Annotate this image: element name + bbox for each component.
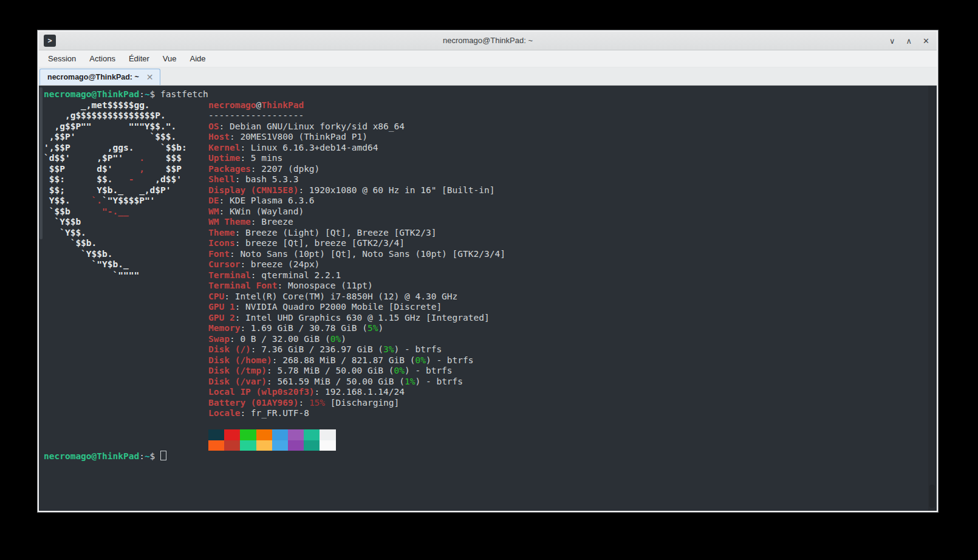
info-line: GPU 1: NVIDIA Quadro P2000 Mobile [Discr… <box>208 302 926 313</box>
info-line: Swap: 0 B / 32.00 GiB (0%) <box>208 334 926 345</box>
palette-swatch <box>240 440 256 451</box>
info-line: Battery (01AY969): 15% [Discharging] <box>208 398 926 409</box>
menu-item-vue[interactable]: Vue <box>156 50 183 67</box>
palette-swatch <box>320 429 335 440</box>
info-line: Disk (/tmp): 5.78 MiB / 50.00 GiB (0%) -… <box>208 366 926 377</box>
menu-item-diter[interactable]: Éditer <box>122 50 156 67</box>
palette-swatch <box>304 429 320 440</box>
prompt-line: necromago@ThinkPad:~$ <box>44 451 926 462</box>
palette-swatch <box>208 429 224 440</box>
palette-swatch <box>224 440 240 451</box>
info-line: Icons: breeze [Qt], breeze [GTK2/3/4] <box>208 238 926 249</box>
palette-swatch <box>288 429 304 440</box>
logo-line: `"Y$b._ <box>44 259 208 270</box>
logo-line: $$; Y$b._ _,d$P' <box>44 185 208 196</box>
palette-swatch <box>240 429 256 440</box>
palette-row-2 <box>208 440 926 451</box>
tab-label: necromago@ThinkPad: ~ <box>47 73 139 81</box>
menu-item-session[interactable]: Session <box>41 50 83 67</box>
info-line: ------------------ <box>208 111 926 121</box>
tab-bar: necromago@ThinkPad: ~ ✕ <box>39 67 937 86</box>
info-line: Terminal Font: Monospace (11pt) <box>208 281 926 292</box>
logo-line: `$$b. <box>44 238 208 249</box>
fastfetch-output: _,met$$$$$gg. ,g$$$$$$$$$$$$$$$P. ,g$$P"… <box>44 100 926 451</box>
palette-swatch <box>256 429 272 440</box>
info-line: Theme: Breeze (Light) [Qt], Breeze [GTK2… <box>208 228 926 239</box>
maximize-icon[interactable]: ∧ <box>906 37 912 45</box>
logo-line: Y$$. `.`"Y$$$$P"' <box>44 196 208 207</box>
info-line: Uptime: 5 mins <box>208 153 926 164</box>
info-line: Disk (/): 7.36 GiB / 236.97 GiB (3%) - b… <box>208 344 926 355</box>
logo-line: `"""" <box>44 270 208 281</box>
close-icon[interactable]: ✕ <box>923 37 929 45</box>
palette-swatch <box>320 440 335 451</box>
info-line: CPU: Intel(R) Core(TM) i7-8850H (12) @ 4… <box>208 292 926 302</box>
info-line: Memory: 1.69 GiB / 30.78 GiB (5%) <box>208 323 926 334</box>
info-line: Locale: fr_FR.UTF-8 <box>208 408 926 419</box>
title-bar[interactable]: > necromago@ThinkPad: ~ ∨ ∧ ✕ <box>39 32 937 50</box>
desktop-background: > necromago@ThinkPad: ~ ∨ ∧ ✕ SessionAct… <box>0 0 978 560</box>
palette-swatch <box>272 429 288 440</box>
info-line: Host: 20MES1V800 (ThinkPad P1) <box>208 132 926 143</box>
info-line: Shell: bash 5.3.3 <box>208 174 926 185</box>
logo-line: `Y$$b. <box>44 249 208 260</box>
minimize-icon[interactable]: ∨ <box>889 37 895 45</box>
qterminal-window: > necromago@ThinkPad: ~ ∨ ∧ ✕ SessionAct… <box>38 30 938 512</box>
debian-ascii-logo: _,met$$$$$gg. ,g$$$$$$$$$$$$$$$P. ,g$$P"… <box>44 100 208 451</box>
info-line: WM Theme: Breeze <box>208 217 926 228</box>
info-line: Terminal: qterminal 2.2.1 <box>208 270 926 281</box>
logo-line: ,g$$P"" """Y$$.". <box>44 121 208 132</box>
command-line: necromago@ThinkPad:~$ fastfetch <box>44 89 926 100</box>
logo-line: ,g$$$$$$$$$$$$$$$P. <box>44 111 208 121</box>
tab-active[interactable]: necromago@ThinkPad: ~ ✕ <box>39 69 160 85</box>
logo-line: ,$$P' `$$$. <box>44 132 208 143</box>
logo-line: ',$$P ,ggs. `$$b: <box>44 143 208 154</box>
logo-line: `Y$$. <box>44 228 208 239</box>
info-line: OS: Debian GNU/Linux forky/sid x86_64 <box>208 121 926 132</box>
logo-line: `$$b "-.__ <box>44 207 208 217</box>
palette-swatch <box>224 429 240 440</box>
info-line: Cursor: breeze (24px) <box>208 259 926 270</box>
terminal-cursor <box>160 451 166 460</box>
palette-swatch <box>272 440 288 451</box>
info-line: Display (CMN15E8): 1920x1080 @ 60 Hz in … <box>208 185 926 196</box>
palette-row-1 <box>208 429 926 440</box>
info-line: WM: KWin (Wayland) <box>208 207 926 217</box>
logo-line: _,met$$$$$gg. <box>44 100 208 111</box>
scrollbar-right[interactable] <box>928 86 936 511</box>
info-line: necromago@ThinkPad <box>208 100 926 111</box>
info-line: Local IP (wlp0s20f3): 192.168.1.14/24 <box>208 387 926 398</box>
window-controls: ∨ ∧ ✕ <box>889 32 929 50</box>
palette-swatch <box>288 440 304 451</box>
scrollbar-right-thumb[interactable] <box>929 485 935 508</box>
window-title: necromago@ThinkPad: ~ <box>39 32 937 50</box>
info-line: DE: KDE Plasma 6.3.6 <box>208 196 926 207</box>
scrollbar-left-thumb[interactable] <box>39 87 43 239</box>
logo-line: $$: $$. - ,d$$' <box>44 174 208 185</box>
logo-line: `Y$$b <box>44 217 208 228</box>
info-line: GPU 2: Intel UHD Graphics 630 @ 1.15 GHz… <box>208 313 926 324</box>
palette-swatch <box>256 440 272 451</box>
info-line: Packages: 2207 (dpkg) <box>208 164 926 175</box>
system-info: necromago@ThinkPad------------------OS: … <box>208 100 926 451</box>
info-line: Font: Noto Sans (10pt) [Qt], Noto Sans (… <box>208 249 926 260</box>
logo-line: `d$$' ,$P"' . $$$ <box>44 153 208 164</box>
terminal-content: necromago@ThinkPad:~$ fastfetch _,met$$$… <box>44 89 926 462</box>
logo-line: $$P d$' , $$P <box>44 164 208 175</box>
scrollbar-left[interactable] <box>39 86 43 511</box>
menu-item-actions[interactable]: Actions <box>83 50 122 67</box>
palette-swatch <box>304 440 320 451</box>
palette-swatch <box>208 440 224 451</box>
info-line: Disk (/var): 561.59 MiB / 50.00 GiB (1%)… <box>208 377 926 388</box>
terminal-viewport[interactable]: necromago@ThinkPad:~$ fastfetch _,met$$$… <box>39 86 937 511</box>
menu-bar: SessionActionsÉditerVueAide <box>39 50 937 67</box>
menu-item-aide[interactable]: Aide <box>183 50 213 67</box>
info-line: Disk (/home): 268.88 MiB / 821.87 GiB (0… <box>208 355 926 366</box>
info-line: Kernel: Linux 6.16.3+deb14-amd64 <box>208 143 926 154</box>
blank-line <box>208 419 926 430</box>
tab-close-icon[interactable]: ✕ <box>146 73 154 81</box>
